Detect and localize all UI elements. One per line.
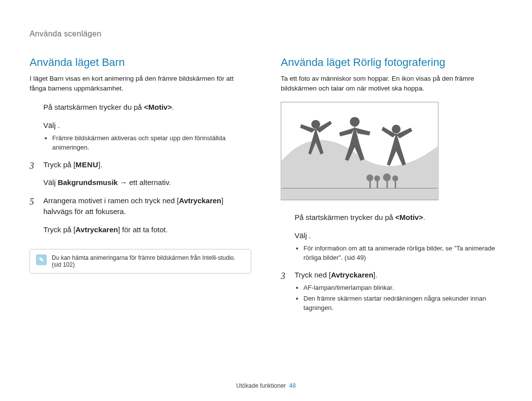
jumping-people-illustration [281, 102, 438, 200]
svg-point-2 [366, 175, 373, 182]
bold-word: Bakgrundsmusik [58, 178, 118, 186]
page-footer: Utökade funktioner 48 [0, 382, 532, 389]
text: På startskärmen trycker du på [295, 213, 395, 221]
right-step-1: 1 På startskärmen trycker du på <Motiv>. [281, 212, 502, 223]
text: ]. [98, 160, 102, 169]
sub-bullets: Främre bildskärmen aktiveras och spelar … [48, 134, 251, 153]
svg-rect-3 [377, 181, 378, 188]
step-number: 5 [30, 195, 34, 209]
step-number: 3 [30, 159, 34, 173]
text: Välj [43, 178, 58, 186]
motiv-keyword: <Motiv> [144, 103, 172, 111]
content-columns: Använda läget Barn I läget Barn visas en… [30, 56, 502, 320]
left-column: Använda läget Barn I läget Barn visas en… [30, 56, 251, 320]
text: Arrangera motivet i ramen och tryck ned … [43, 196, 179, 205]
right-step-2: 2 Välj . För information om att ta anime… [281, 230, 502, 263]
right-step-3: 3 Tryck ned [Avtryckaren]. AF-lampan/tim… [281, 270, 502, 313]
illustration-svg [281, 102, 438, 200]
breadcrumb: Använda scenlägen [30, 30, 502, 38]
right-steps: 1 På startskärmen trycker du på <Motiv>.… [281, 212, 502, 313]
note-box: ✎ Du kan hämta animeringarna för främre … [30, 249, 251, 274]
svg-point-4 [374, 176, 380, 182]
svg-point-8 [392, 176, 398, 182]
text: . [58, 121, 60, 129]
text: . [423, 213, 425, 221]
bullet: För information om att ta animerade rörl… [303, 244, 502, 263]
footer-label: Utökade funktioner [236, 382, 286, 389]
right-intro: Ta ett foto av människor som hoppar. En … [281, 74, 502, 93]
text: På startskärmen trycker du på [43, 103, 144, 111]
bullet: AF-lampan/timerlampan blinkar. [303, 283, 502, 293]
shutter-keyword: Avtryckaren [75, 225, 118, 234]
step-number: 3 [281, 270, 285, 283]
left-step-3: 3 Tryck på [MENU]. [30, 159, 251, 171]
left-step-1: 1 På startskärmen trycker du på <Motiv>. [30, 102, 251, 113]
left-intro: I läget Barn visas en kort animering på … [30, 74, 251, 93]
left-heading: Använda läget Barn [30, 56, 251, 69]
left-step-4: 4 Välj Bakgrundsmusik → ett alternativ. [30, 177, 251, 188]
menu-keyword: MENU [75, 160, 98, 169]
note-info-icon: ✎ [36, 254, 47, 265]
svg-rect-7 [395, 181, 396, 188]
left-step-5: 5 Arrangera motivet i ramen och tryck ne… [30, 195, 251, 217]
svg-point-6 [383, 174, 391, 182]
left-steps: 1 På startskärmen trycker du på <Motiv>.… [30, 102, 251, 235]
note-text: Du kan hämta animeringarna för främre bi… [52, 254, 245, 268]
bullet: Främre bildskärmen aktiveras och spelar … [52, 134, 251, 153]
text: Tryck ned [ [295, 271, 331, 279]
bullet: Den främre skärmen startar nedräkningen … [303, 294, 502, 313]
text: Tryck på [ [43, 225, 75, 234]
arrow-icon: → [118, 178, 129, 186]
text: ] för att ta fotot. [118, 225, 167, 234]
motiv-keyword: <Motiv> [395, 213, 423, 221]
sub-bullets: För information om att ta animerade rörl… [299, 244, 502, 263]
left-step-6: 6 Tryck på [Avtryckaren] för att ta foto… [30, 224, 251, 236]
shutter-keyword: Avtryckaren [179, 196, 221, 205]
left-step-2: 2 Välj . Främre bildskärmen aktiveras oc… [30, 120, 251, 153]
text: . [309, 231, 311, 240]
right-column: Använda läget Rörlig fotografering Ta et… [281, 56, 502, 320]
svg-point-11 [392, 125, 400, 134]
svg-point-9 [311, 120, 320, 129]
shutter-keyword: Avtryckaren [331, 271, 373, 279]
svg-point-10 [350, 117, 360, 127]
svg-rect-12 [282, 188, 438, 188]
sub-bullets: AF-lampan/timerlampan blinkar. Den främr… [299, 283, 502, 313]
right-heading: Använda läget Rörlig fotografering [281, 56, 502, 69]
page-number: 48 [289, 382, 296, 389]
text: Tryck på [ [43, 160, 75, 169]
text: Välj [43, 121, 58, 129]
text: . [172, 103, 174, 111]
text: ]. [373, 271, 377, 279]
text: ett alternativ. [129, 178, 171, 186]
text: Välj [295, 231, 309, 240]
